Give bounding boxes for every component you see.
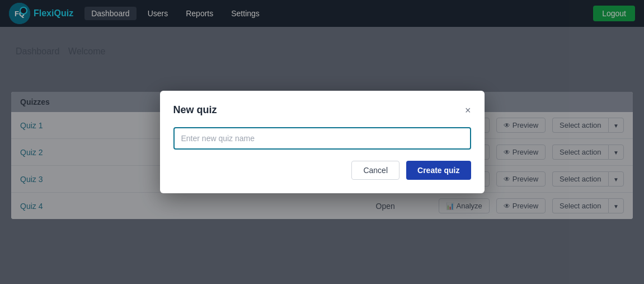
modal-footer: Cancel Create quiz: [173, 161, 471, 180]
modal-overlay: New quiz × Cancel Create quiz: [0, 0, 644, 284]
modal-header: New quiz ×: [173, 104, 471, 116]
create-quiz-button[interactable]: Create quiz: [406, 161, 471, 180]
modal-close-button[interactable]: ×: [465, 105, 471, 115]
modal-title: New quiz: [173, 104, 217, 116]
quiz-name-input[interactable]: [173, 127, 471, 150]
cancel-button[interactable]: Cancel: [351, 161, 399, 180]
new-quiz-modal: New quiz × Cancel Create quiz: [160, 91, 485, 193]
